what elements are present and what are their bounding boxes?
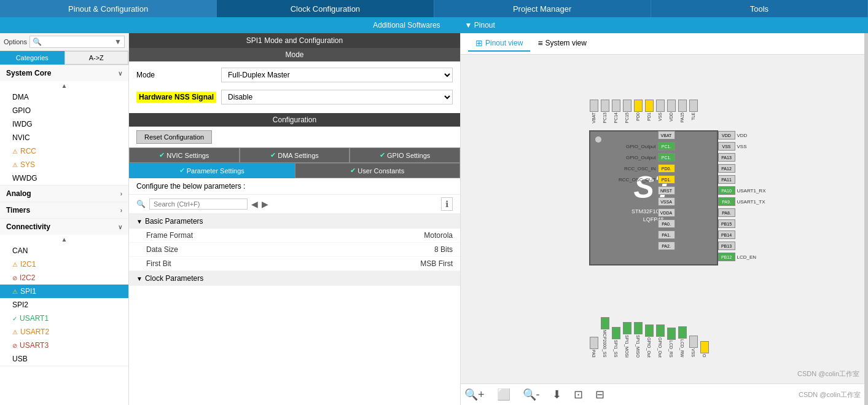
sidebar-item-sys[interactable]: ⚠ SYS: [0, 158, 128, 171]
left-pins-container: VBAT GPIO_Output PC1. GPIO_Output PC1. R…: [522, 130, 675, 251]
tab-gpio-settings[interactable]: ✔ GPIO Settings: [350, 147, 460, 163]
pinout-panel: ⊞ Pinout view ≡ System view VBAT: [461, 33, 864, 405]
bottom-pin-pa3: PA3: [589, 337, 599, 358]
sidebar-tabs: Categories A->Z: [0, 51, 128, 65]
tab-user-constants[interactable]: ✔ User Constants: [295, 163, 461, 178]
check-gpio: ✔: [380, 151, 385, 159]
sidebar-search-box[interactable]: 🔍 ▼: [29, 36, 125, 48]
scroll-up-connectivity[interactable]: ▲: [0, 235, 128, 244]
params-next-btn[interactable]: ▶: [262, 199, 268, 209]
nav-pinout-view[interactable]: ▼ Pinout: [465, 21, 495, 29]
sidebar-item-usart3[interactable]: ⊘ USART3: [0, 339, 128, 352]
nav-clock[interactable]: Clock Configuration: [217, 0, 434, 17]
tab-az[interactable]: A->Z: [65, 51, 129, 65]
zoom-out-button[interactable]: 🔍-: [523, 388, 540, 401]
tab-system-view[interactable]: ≡ System view: [530, 36, 594, 52]
check-nvic: ✔: [159, 151, 165, 159]
tab-parameter-settings[interactable]: ✔ Parameter Settings: [129, 163, 295, 178]
left-pin-pc0: GPIO_Output PC1.: [626, 141, 674, 152]
sidebar-item-i2c2[interactable]: ⊘ I2C2: [0, 271, 128, 285]
top-pin-pc14: PC14: [611, 100, 621, 124]
error-icon-usart3: ⊘: [12, 342, 17, 349]
check-params: ✔: [179, 167, 185, 175]
sidebar-item-spi2[interactable]: SPI2: [0, 298, 128, 312]
pinout-toolbar: ⊞ Pinout view ≡ System view: [461, 33, 864, 55]
mode-select-duplex[interactable]: Full-Duplex Master: [221, 68, 453, 82]
sidebar-item-usb[interactable]: USB: [0, 352, 128, 366]
fit-screen-button[interactable]: ⬜: [497, 388, 510, 401]
right-pin-vss: VSS VSS: [718, 141, 766, 152]
sidebar-item-gpio[interactable]: GPIO: [0, 104, 128, 117]
sidebar-search-input[interactable]: [42, 38, 91, 45]
right-pin-pa11: PA11: [718, 175, 766, 185]
group-header-clock-params[interactable]: ▼ Clock Parameters: [129, 271, 460, 286]
group-header-basic-params[interactable]: ▼ Basic Parameters: [129, 214, 460, 229]
chip-diagram: VBAT PC13 PC14 PC15: [522, 100, 804, 358]
mode-row-nss: Hardware NSS Signal Disable: [129, 86, 460, 108]
dropdown-icon: ▼: [114, 37, 122, 46]
warning-icon-spi1: ⚠: [12, 288, 18, 295]
nav-additional-softwares[interactable]: Additional Softwares: [373, 21, 440, 29]
params-prev-btn[interactable]: ◀: [251, 199, 258, 209]
left-pin-nrst: NRST: [656, 186, 675, 196]
section-arrow-analog: ›: [120, 191, 122, 197]
tab-pinout-view[interactable]: ⊞ Pinout view: [468, 36, 530, 52]
tab-dma-settings[interactable]: ✔ DMA Settings: [240, 147, 350, 163]
right-pin-pb12: PB12 LCD_EN: [718, 252, 766, 262]
top-pin-pc13: PC13: [600, 100, 610, 124]
reset-config-button[interactable]: Reset Configuration: [136, 130, 212, 144]
list-icon: ≡: [538, 38, 542, 48]
left-pin-pc1: GPIO_Output PC1.: [626, 152, 674, 163]
section-header-system-core[interactable]: System Core ∨: [0, 65, 128, 81]
sidebar-item-i2c1[interactable]: ⚠ I2C1: [0, 258, 128, 271]
config-toolbar: Reset Configuration: [129, 127, 460, 147]
mode-section-header: Mode: [129, 48, 460, 61]
left-pin-rcc-osc-in: RCC_OSC_IN PD0.: [624, 163, 675, 174]
warning-icon-usart2: ⚠: [12, 329, 18, 336]
top-pin-pa15: PA15: [678, 100, 687, 124]
params-search-input[interactable]: [149, 199, 248, 210]
collapse-icon-basic: ▼: [136, 218, 143, 225]
sidebar-item-can[interactable]: CAN: [0, 244, 128, 258]
section-header-timers[interactable]: Timers ›: [0, 202, 128, 218]
sidebar-item-wwdg[interactable]: WWDG: [0, 171, 128, 185]
sidebar-item-nvic[interactable]: NVIC: [0, 131, 128, 144]
sidebar-item-dma[interactable]: DMA: [0, 90, 128, 104]
split-button[interactable]: ⊟: [595, 388, 604, 401]
nav-project[interactable]: Project Manager: [434, 0, 651, 17]
sidebar-item-usart1[interactable]: ✓ USART1: [0, 312, 128, 325]
params-info-button[interactable]: ℹ: [441, 197, 453, 211]
mode-label-nss: Hardware NSS Signal: [136, 92, 216, 103]
main-layout: Options 🔍 ▼ Categories A->Z: [0, 33, 868, 405]
options-label[interactable]: Options: [4, 38, 27, 45]
sidebar-item-iwdg[interactable]: IWDG: [0, 117, 128, 131]
right-resize-handle[interactable]: [864, 33, 868, 405]
panel-title: SPI1 Mode and Configuration: [129, 33, 460, 48]
mode-select-nss[interactable]: Disable: [221, 90, 453, 104]
zoom-in-button[interactable]: 🔍+: [464, 388, 485, 401]
tab-categories[interactable]: Categories: [0, 51, 65, 65]
bottom-pin-o: O: [700, 341, 710, 357]
left-pin-vssa: VSSA: [656, 197, 675, 207]
mode-row-mode: Mode Full-Duplex Master: [129, 64, 460, 86]
nav-tools[interactable]: Tools: [651, 0, 868, 17]
scroll-up-system-core[interactable]: ▲: [0, 81, 128, 90]
nav-pinout[interactable]: Pinout & Configuration: [0, 0, 217, 17]
config-tabs-row2: ✔ Parameter Settings ✔ User Constants: [129, 163, 460, 178]
section-header-analog[interactable]: Analog ›: [0, 186, 128, 202]
sidebar-item-usart2[interactable]: ⚠ USART2: [0, 325, 128, 339]
left-pin-rcc-osc-out: RCC_OSC_OUT PD1.: [619, 175, 674, 185]
section-arrow-connectivity: ∨: [118, 224, 122, 230]
tab-nvic-settings[interactable]: ✔ NVIC Settings: [129, 147, 240, 163]
bottom-pin-vss2: VSS: [689, 336, 698, 357]
sidebar-item-spi1[interactable]: ⚠ SPI1: [0, 285, 128, 298]
sidebar: Options 🔍 ▼ Categories A->Z: [0, 33, 129, 405]
check-dma: ✔: [270, 151, 276, 159]
center-panel: SPI1 Mode and Configuration Mode Mode Fu…: [129, 33, 461, 405]
bottom-pin-gpio-out2: GPIO_Out: [655, 324, 665, 358]
section-header-connectivity[interactable]: Connectivity ∨: [0, 219, 128, 235]
sidebar-item-rcc[interactable]: ⚠ RCC: [0, 144, 128, 158]
top-pin-pd0: PD0: [633, 100, 643, 124]
download-button[interactable]: ⬇: [552, 388, 561, 401]
layers-button[interactable]: ⊡: [574, 388, 583, 401]
